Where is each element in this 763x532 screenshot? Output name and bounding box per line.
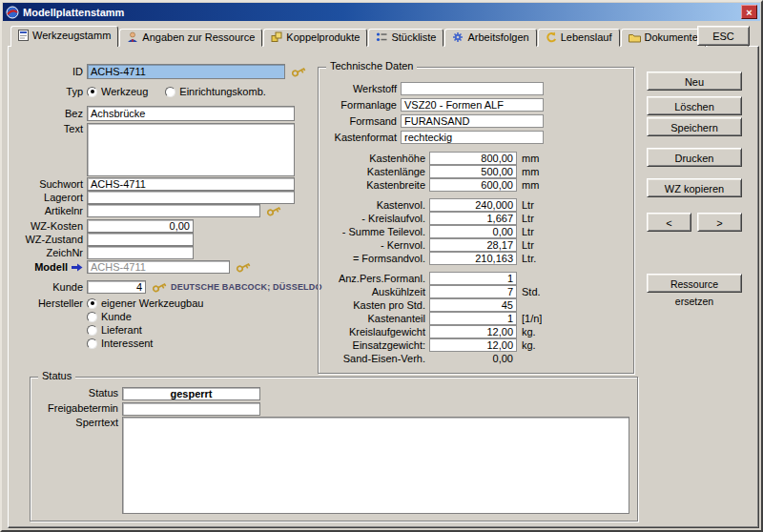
formanlage-field[interactable]: VSZ20 - Formen ALF bbox=[401, 98, 544, 112]
werkstoff-field[interactable] bbox=[401, 82, 544, 95]
loeschen-button[interactable]: Löschen bbox=[647, 96, 742, 115]
kastenanteil-field[interactable]: 1 bbox=[429, 312, 517, 325]
key-icon[interactable] bbox=[151, 279, 169, 295]
radio-einrichtungskomb[interactable] bbox=[165, 87, 175, 97]
radio-interessent-label: Interessent bbox=[101, 338, 153, 349]
radio-interessent[interactable] bbox=[87, 338, 97, 349]
drucken-button[interactable]: Drucken bbox=[647, 148, 742, 167]
tab-label: Koppelprodukte bbox=[286, 31, 360, 43]
sperrtext-field[interactable] bbox=[122, 417, 629, 514]
kunde-label: Kunde bbox=[12, 281, 83, 293]
tab-lebenslauf[interactable]: Lebenslauf bbox=[538, 29, 620, 47]
modell-row: Modell ACHS-4711 bbox=[12, 260, 251, 274]
key-icon[interactable] bbox=[265, 203, 283, 218]
artikelnr-field[interactable] bbox=[87, 204, 260, 217]
wz-kopieren-button[interactable]: WZ kopieren bbox=[647, 178, 742, 197]
tab-dokumente[interactable]: Dokumente bbox=[621, 29, 706, 47]
td-row-einsatzgewicht: Einsatzgewicht: 12,00 kg. bbox=[319, 338, 633, 352]
radio-eigener-werkzeugbau-label: eigener Werkzeugbau bbox=[101, 297, 203, 309]
wz-kosten-field[interactable]: 0,00 bbox=[87, 219, 194, 233]
modell-field[interactable]: ACHS-4711 bbox=[87, 260, 230, 274]
td-row-kastenhoehe: Kastenhöhe 800,00 mm bbox=[319, 152, 633, 165]
radio-werkzeug-label: Werkzeug bbox=[101, 86, 148, 97]
tab-label: Stückliste bbox=[391, 31, 436, 43]
td-row-kastenlaenge: Kastenlänge 500,00 mm bbox=[319, 165, 633, 178]
kasten-pro-std-field[interactable]: 45 bbox=[429, 298, 517, 312]
radio-eigener-werkzeugbau[interactable] bbox=[87, 298, 97, 309]
status-group: Status Status gesperrt Freigabetermin Sp… bbox=[30, 377, 638, 522]
suchwort-label: Suchwort bbox=[12, 178, 83, 190]
formsand-field[interactable]: FURANSAND bbox=[401, 114, 544, 128]
tab-stueckliste[interactable]: Stückliste bbox=[368, 29, 443, 47]
einsatzgewicht-field[interactable]: 12,00 bbox=[429, 338, 517, 352]
tab-arbeitsfolgen[interactable]: Arbeitsfolgen bbox=[444, 29, 536, 47]
kreislaufvol-field[interactable]: 1,667 bbox=[429, 212, 517, 225]
anz-pers-formanl-field[interactable]: 1 bbox=[429, 272, 517, 285]
kunde-row: Kunde 4 DEUTSCHE BABCOCK; DÜSSELDO bbox=[12, 280, 322, 294]
kastenformat-field[interactable]: rechteckig bbox=[401, 131, 544, 144]
tab-label: Lebenslauf bbox=[561, 31, 612, 43]
td-row-auskuehlzeit: Auskühlzeit 7 Std. bbox=[319, 285, 633, 298]
radio-kunde[interactable] bbox=[87, 312, 97, 322]
lagerort-field[interactable] bbox=[87, 191, 295, 204]
key-icon[interactable] bbox=[290, 64, 308, 79]
zeichnr-row: ZeichNr bbox=[12, 246, 194, 259]
history-icon bbox=[546, 31, 557, 43]
tab-koppelprodukte[interactable]: Koppelprodukte bbox=[263, 29, 367, 47]
sperrtext-label: Sperrtext bbox=[34, 417, 118, 514]
suchwort-field[interactable]: ACHS-4711 bbox=[87, 177, 295, 191]
text-label: Text bbox=[12, 123, 83, 134]
tab-bar: Werkzeugstamm Angaben zur Ressource Kopp… bbox=[10, 26, 750, 47]
speichern-button[interactable]: Speichern bbox=[647, 117, 742, 136]
id-field[interactable]: ACHS-4711 bbox=[87, 64, 285, 79]
tab-angaben-zur-ressource[interactable]: Angaben zur Ressource bbox=[119, 29, 262, 47]
neu-button[interactable]: Neu bbox=[647, 72, 742, 91]
window-title: Modellplattenstamm bbox=[23, 7, 124, 18]
key-icon[interactable] bbox=[235, 259, 253, 275]
td-row-kreislaufgewicht: Kreislaufgewicht 12,00 kg. bbox=[319, 325, 633, 338]
folder-icon bbox=[629, 32, 641, 43]
auskuehlzeit-field[interactable]: 7 bbox=[429, 285, 517, 298]
status-field[interactable]: gesperrt bbox=[122, 387, 260, 400]
kastenlaenge-field[interactable]: 500,00 bbox=[429, 165, 517, 178]
kunde-field[interactable]: 4 bbox=[87, 280, 146, 294]
bez-field[interactable]: Achsbrücke bbox=[87, 106, 295, 121]
td-row-formsand: Formsand FURANSAND bbox=[319, 113, 633, 129]
radio-kunde-label: Kunde bbox=[101, 311, 132, 322]
freigabetermin-row: Freigabetermin bbox=[34, 402, 260, 416]
next-record-button[interactable]: > bbox=[697, 213, 742, 232]
radio-einrichtungskomb-label: Einrichtungskomb. bbox=[179, 86, 266, 97]
radio-werkzeug[interactable] bbox=[87, 87, 97, 97]
titlebar[interactable]: Modellplattenstamm × bbox=[3, 3, 760, 21]
td-row-kastenbreite: Kastenbreite 600,00 mm bbox=[319, 178, 633, 192]
td-row-summe-teilevol: - Summe Teilevol. 0,00 Ltr bbox=[319, 225, 633, 238]
esc-button[interactable]: ESC bbox=[697, 26, 750, 46]
hersteller-row-4: Interessent bbox=[12, 338, 153, 349]
wz-zustand-field[interactable] bbox=[87, 233, 194, 246]
radio-lieferant[interactable] bbox=[87, 325, 97, 336]
freigabetermin-field[interactable] bbox=[122, 402, 260, 416]
kastenhoehe-field[interactable]: 800,00 bbox=[429, 152, 517, 165]
td-row-kreislaufvol: - Kreislaufvol. 1,667 Ltr bbox=[319, 212, 633, 225]
hersteller-row-2: Kunde bbox=[12, 311, 132, 322]
artikelnr-label: Artikelnr bbox=[12, 205, 83, 216]
zeichnr-field[interactable] bbox=[87, 246, 194, 259]
kreislaufgewicht-field[interactable]: 12,00 bbox=[429, 325, 517, 338]
wz-zustand-label: WZ-Zustand bbox=[12, 234, 83, 245]
lagerort-row: Lagerort bbox=[12, 191, 295, 204]
td-row-anz-pers-formanl: Anz.Pers.Formanl. 1 bbox=[319, 272, 633, 285]
text-field[interactable] bbox=[87, 123, 295, 176]
tab-werkzeugstamm[interactable]: Werkzeugstamm bbox=[10, 26, 118, 47]
td-row-kastenformat: Kastenformat rechteckig bbox=[319, 129, 633, 145]
wz-kosten-label: WZ-Kosten bbox=[12, 220, 83, 232]
td-row-sand-eisen-verh: Sand-Eisen-Verh. 0,00 bbox=[319, 352, 633, 365]
link-arrow-icon[interactable] bbox=[72, 263, 83, 272]
status-label: Status bbox=[34, 387, 118, 400]
kastenbreite-field[interactable]: 600,00 bbox=[429, 178, 517, 192]
prev-record-button[interactable]: < bbox=[647, 213, 691, 232]
modell-label: Modell bbox=[12, 261, 68, 273]
ressource-ersetzen-button[interactable]: Ressource ersetzen bbox=[647, 274, 742, 293]
close-icon[interactable]: × bbox=[741, 5, 757, 19]
typ-label: Typ bbox=[12, 86, 83, 97]
sand-eisen-verh-field: 0,00 bbox=[429, 352, 517, 365]
